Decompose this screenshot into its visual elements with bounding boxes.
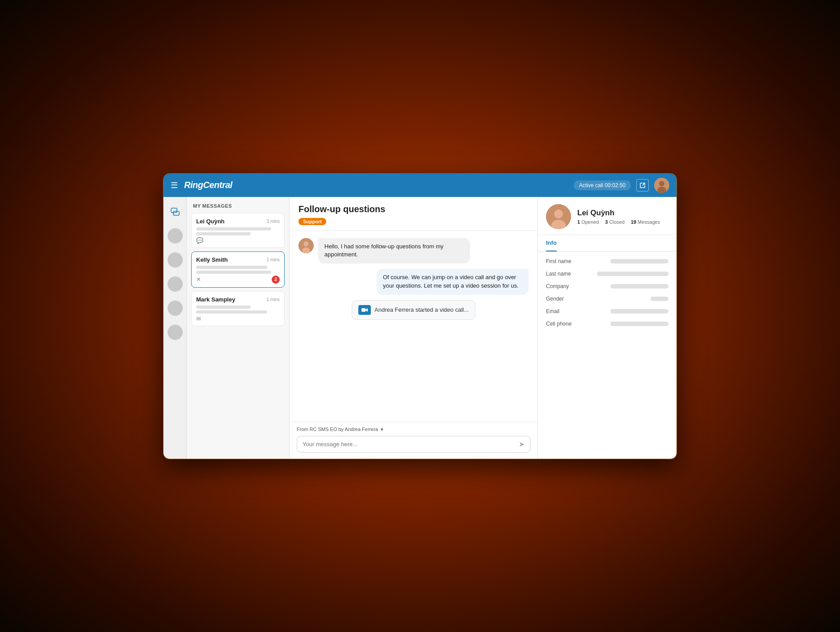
nav-icon-2[interactable] (168, 252, 183, 268)
stat-messages: 19 Messages (631, 219, 660, 225)
chevron-down-icon: ▾ (381, 427, 383, 432)
svg-rect-4 (173, 211, 179, 215)
contact-stats: 1 Opened 3 Closed 19 Messages (577, 219, 660, 225)
chat-header: Follow-up questions Support (290, 197, 538, 231)
msg-line-2 (196, 232, 251, 235)
chat-compose: From RC SMS EO by Andrea Ferrera ▾ ➤ (290, 422, 538, 459)
from-selector[interactable]: From RC SMS EO by Andrea Ferrera ▾ (297, 427, 530, 432)
field-row-company: Company (546, 283, 668, 289)
logo: RingCentral (184, 180, 232, 190)
field-value-email (610, 309, 668, 314)
external-link-icon[interactable] (636, 179, 649, 192)
card-time-mark: 1 mins (267, 297, 280, 302)
message-bubble-outgoing: Of course. We can jump on a video call a… (377, 269, 529, 295)
field-row-lastname: Last name (546, 271, 668, 277)
svg-rect-8 (361, 308, 365, 312)
field-value-gender (651, 297, 668, 301)
header: ☰ RingCentral Active call 00:02:50 (164, 174, 676, 197)
info-tabs: Info (538, 235, 676, 252)
field-value-cellphone (610, 322, 668, 326)
field-row-firstname: First name (546, 258, 668, 264)
messages-panel: MY MESSAGES Lei Quỳnh 3 mins 💬 Kelly Smi… (187, 197, 290, 459)
stat-closed: 3 Closed (605, 219, 624, 225)
header-right: Active call 00:02:50 (574, 178, 669, 193)
card-footer-lei: 💬 (196, 237, 280, 244)
card-time-lei: 3 mins (267, 219, 280, 224)
field-row-cellphone: Cell phone (546, 321, 668, 327)
message-avatar-lei (298, 238, 314, 253)
field-value-firstname (610, 259, 668, 264)
field-label-company: Company (546, 283, 586, 289)
twitter-icon: ✕ (196, 276, 201, 283)
conversation-card-mark[interactable]: Mark Sampley 1 mins ✉ (191, 291, 285, 326)
card-footer-mark: ✉ (196, 315, 280, 322)
field-label-cellphone: Cell phone (546, 321, 586, 327)
svg-point-10 (554, 209, 563, 218)
message-row-outgoing: Of course. We can jump on a video call a… (298, 269, 529, 295)
msg-line-m1 (196, 306, 251, 309)
chat-title: Follow-up questions (298, 204, 529, 214)
info-panel: Lei Quỳnh 1 Opened 3 Closed 19 Messages … (538, 197, 676, 459)
card-footer-kelly: ✕ 2 (196, 276, 280, 284)
field-row-gender: Gender (546, 296, 668, 302)
message-row-incoming: Hello, I had some follow-up questions fr… (298, 238, 529, 264)
svg-point-6 (304, 241, 309, 246)
video-call-text: Andrea Ferrera started a video call... (374, 306, 469, 313)
email-icon: ✉ (196, 315, 201, 322)
msg-line-1 (196, 227, 271, 230)
nav-icon-4[interactable] (168, 301, 183, 316)
card-name-kelly: Kelly Smith (196, 256, 228, 263)
chat-area: Follow-up questions Support Hello, I had… (290, 197, 538, 459)
field-label-lastname: Last name (546, 271, 586, 277)
unread-badge-kelly: 2 (272, 276, 280, 284)
support-badge: Support (298, 218, 326, 225)
nav-icon-messages[interactable] (168, 204, 183, 219)
stat-opened: 1 Opened (577, 219, 599, 225)
msg-line-k2 (196, 271, 271, 274)
send-icon[interactable]: ➤ (519, 440, 525, 448)
contact-header: Lei Quỳnh 1 Opened 3 Closed 19 Messages (538, 197, 676, 235)
left-nav (164, 197, 187, 459)
info-fields: First name Last name Company Gender Emai… (538, 252, 676, 333)
from-selector-label: From RC SMS EO by Andrea Ferrera (297, 427, 378, 432)
nav-icon-3[interactable] (168, 276, 183, 292)
hamburger-icon[interactable]: ☰ (171, 180, 178, 190)
video-icon-box (358, 305, 371, 315)
field-label-firstname: First name (546, 258, 586, 264)
field-label-email: Email (546, 308, 586, 314)
contact-name: Lei Quỳnh (577, 209, 660, 218)
svg-rect-3 (171, 208, 177, 213)
active-call-badge: Active call 00:02:50 (574, 180, 631, 190)
msg-line-m2 (196, 310, 267, 314)
video-call-banner: Andrea Ferrera started a video call... (352, 300, 475, 320)
compose-input[interactable] (302, 441, 515, 448)
chat-icon: 💬 (196, 237, 203, 244)
nav-icon-5[interactable] (168, 325, 183, 340)
compose-box: ➤ (297, 436, 530, 452)
field-row-email: Email (546, 308, 668, 314)
user-avatar-header[interactable] (654, 178, 669, 193)
conversation-card-lei[interactable]: Lei Quỳnh 3 mins 💬 (191, 213, 285, 248)
card-header-lei: Lei Quỳnh 3 mins (196, 218, 280, 225)
tab-info[interactable]: Info (546, 235, 557, 251)
card-name-lei: Lei Quỳnh (196, 218, 225, 225)
conversation-card-kelly[interactable]: Kelly Smith 1 mins ✕ 2 (191, 251, 285, 288)
contact-info: Lei Quỳnh 1 Opened 3 Closed 19 Messages (577, 209, 660, 225)
main-body: MY MESSAGES Lei Quỳnh 3 mins 💬 Kelly Smi… (164, 197, 676, 459)
svg-point-1 (659, 181, 664, 186)
chat-messages: Hello, I had some follow-up questions fr… (290, 231, 538, 422)
field-label-gender: Gender (546, 296, 586, 302)
message-bubble-incoming: Hello, I had some follow-up questions fr… (318, 238, 470, 264)
field-value-company (610, 284, 668, 289)
card-time-kelly: 1 mins (267, 257, 280, 262)
card-header-mark: Mark Sampley 1 mins (196, 296, 280, 303)
card-name-mark: Mark Sampley (196, 296, 235, 303)
card-header-kelly: Kelly Smith 1 mins (196, 256, 280, 263)
nav-icon-1[interactable] (168, 228, 183, 243)
msg-line-k1 (196, 266, 267, 269)
field-value-lastname (597, 272, 668, 276)
messages-panel-title: MY MESSAGES (187, 197, 289, 213)
contact-avatar (546, 204, 571, 229)
app-window: ☰ RingCentral Active call 00:02:50 (163, 173, 677, 459)
